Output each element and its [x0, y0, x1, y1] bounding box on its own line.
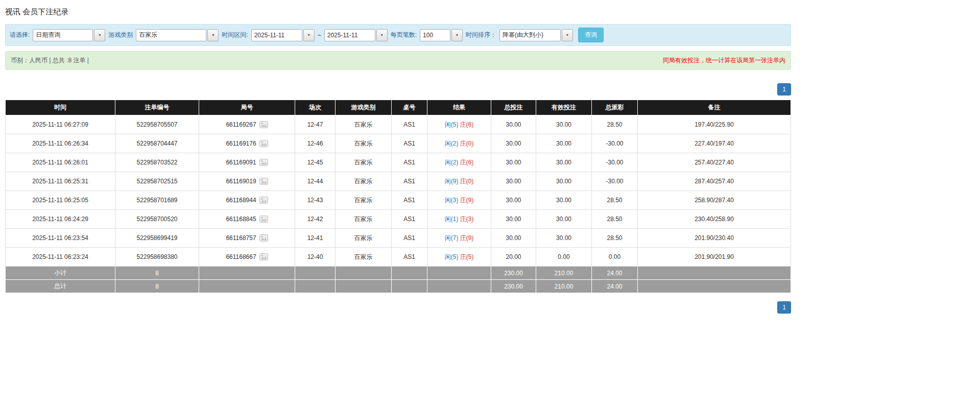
result-banker: 庄(9) [460, 197, 474, 204]
cell-game-type: 百家乐 [336, 191, 392, 210]
cell-bet-id: 522958699419 [115, 229, 199, 248]
result-player: 闲(2) [445, 159, 459, 166]
cell-table-no: AS1 [392, 229, 427, 248]
pagination-page-1-button[interactable]: 1 [777, 301, 791, 314]
round-id-value: 661168845 [226, 216, 256, 223]
cell-round-id: 661169019 [199, 172, 295, 191]
table-row: 2025-11-11 06:24:29 522958700520 6611688… [6, 210, 791, 229]
page-size-input[interactable] [420, 29, 450, 41]
cell-round-id: 661169091 [199, 153, 295, 172]
table-row: 2025-11-11 06:25:05 522958701689 6611689… [6, 191, 791, 210]
sort-order-dropdown-button[interactable]: ▼ [562, 29, 573, 41]
cell-payout: -30.00 [592, 172, 638, 191]
result-image-icon[interactable] [259, 178, 268, 185]
cell-total-bet[interactable]: 30.00 [491, 115, 536, 134]
col-header-result: 结果 [427, 100, 491, 115]
cell-note: 197.40/225.90 [638, 115, 791, 134]
round-id-value: 661169267 [226, 121, 256, 128]
cell-total-bet[interactable]: 30.00 [491, 210, 536, 229]
result-image-icon[interactable] [259, 216, 268, 223]
cell-game-type: 百家乐 [336, 172, 392, 191]
result-image-icon[interactable] [259, 234, 268, 242]
cell-payout: 28.50 [592, 229, 638, 248]
cell-payout: -30.00 [592, 134, 638, 153]
cell-bet-id: 522958704447 [115, 134, 199, 153]
empty-cell [392, 280, 427, 293]
empty-cell [427, 280, 491, 293]
cell-valid-bet: 30.00 [536, 134, 592, 153]
cell-result: 闲(5)庄(6) [427, 115, 491, 134]
query-type-combobox: ▼ [33, 29, 105, 41]
pagination-bottom: 1 [5, 301, 791, 314]
date-to-input[interactable] [324, 29, 375, 41]
cell-table-no: AS1 [392, 191, 427, 210]
empty-cell [199, 267, 295, 280]
table-header-row: 时间 注单编号 局号 场次 游戏类别 桌号 结果 总投注 有效投注 总派彩 备注 [6, 100, 791, 115]
game-type-dropdown-button[interactable]: ▼ [207, 29, 219, 41]
total-valid-bet: 210.00 [536, 280, 592, 293]
cell-total-bet[interactable]: 30.00 [491, 191, 536, 210]
result-image-icon[interactable] [259, 253, 268, 260]
empty-cell [427, 267, 491, 280]
cell-game-type: 百家乐 [336, 229, 392, 248]
cell-bet-id: 522958705507 [115, 115, 199, 134]
cell-result: 闲(2)庄(0) [427, 134, 491, 153]
cell-valid-bet: 30.00 [536, 115, 592, 134]
cell-note: 287.40/257.40 [638, 172, 791, 191]
result-image-icon[interactable] [259, 197, 268, 204]
cell-table-no: AS1 [392, 134, 427, 153]
cell-total-bet[interactable]: 20.00 [491, 248, 536, 267]
cell-round-id: 661168845 [199, 210, 295, 229]
empty-cell [392, 267, 427, 280]
date-to-dropdown-button[interactable]: ▼ [376, 29, 388, 41]
cell-table-no: AS1 [392, 115, 427, 134]
date-from-dropdown-button[interactable]: ▼ [303, 29, 315, 41]
chevron-down-icon: ▼ [211, 33, 215, 37]
cell-valid-bet: 30.00 [536, 153, 592, 172]
total-payout: 24.00 [592, 280, 638, 293]
result-image-icon[interactable] [259, 159, 268, 166]
cell-time: 2025-11-11 06:23:54 [6, 229, 115, 248]
cell-game-type: 百家乐 [336, 153, 392, 172]
result-player: 闲(9) [445, 178, 459, 185]
date-range-separator: ~ [318, 32, 321, 39]
date-from-input[interactable] [251, 29, 302, 41]
query-type-dropdown-button[interactable]: ▼ [94, 29, 105, 41]
cell-result: 闲(2)庄(6) [427, 153, 491, 172]
search-button[interactable]: 查询 [578, 28, 604, 42]
cell-total-bet[interactable]: 30.00 [491, 153, 536, 172]
cell-valid-bet: 30.00 [536, 229, 592, 248]
pagination-page-1-button[interactable]: 1 [777, 83, 791, 95]
cell-total-bet[interactable]: 30.00 [491, 134, 536, 153]
empty-cell [199, 280, 295, 293]
cell-round-id: 661169176 [199, 134, 295, 153]
result-player: 闲(2) [445, 140, 459, 147]
cell-time: 2025-11-11 06:24:29 [6, 210, 115, 229]
round-id-value: 661168944 [226, 197, 256, 204]
subtotal-total-bet: 230.00 [491, 267, 536, 280]
subtotal-row: 小计 8 230.00 210.00 24.00 [6, 267, 791, 280]
chevron-down-icon: ▼ [380, 33, 384, 37]
page-container: 视讯 会员下注纪录 请选择: ▼ 游戏类别 ▼ 时间区间: ▼ ~ ▼ 每页笔数… [0, 0, 791, 314]
query-type-input[interactable] [33, 29, 93, 41]
cell-payout: 28.50 [592, 191, 638, 210]
game-type-input[interactable] [136, 29, 206, 41]
cell-table-no: AS1 [392, 210, 427, 229]
result-image-icon[interactable] [259, 121, 268, 128]
cell-table-no: AS1 [392, 172, 427, 191]
subtotal-valid-bet: 210.00 [536, 267, 592, 280]
cell-valid-bet: 30.00 [536, 191, 592, 210]
result-player: 闲(1) [445, 216, 459, 223]
cell-result: 闲(5)庄(5) [427, 248, 491, 267]
page-size-dropdown-button[interactable]: ▼ [451, 29, 463, 41]
round-id-value: 661169091 [226, 159, 256, 166]
result-image-icon[interactable] [259, 140, 268, 147]
cell-note: 257.40/227.40 [638, 153, 791, 172]
cell-game-type: 百家乐 [336, 248, 392, 267]
currency-total-info: 币别：人民币 | 总共 :8 注单 | [11, 56, 89, 65]
sort-order-input[interactable] [499, 29, 561, 41]
cell-total-bet[interactable]: 30.00 [491, 229, 536, 248]
col-header-bet-id: 注单编号 [115, 100, 199, 115]
cell-total-bet[interactable]: 30.00 [491, 172, 536, 191]
cell-game-type: 百家乐 [336, 115, 392, 134]
